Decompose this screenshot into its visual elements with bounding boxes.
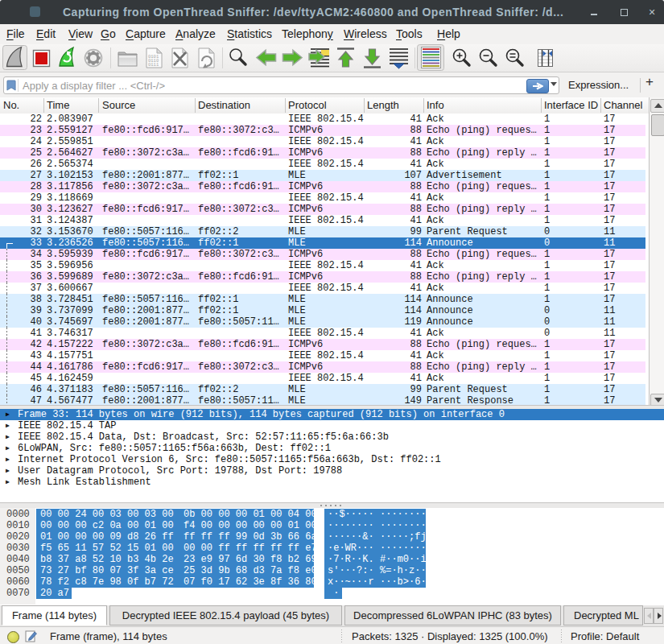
- svg-text:0111: 0111: [148, 62, 159, 68]
